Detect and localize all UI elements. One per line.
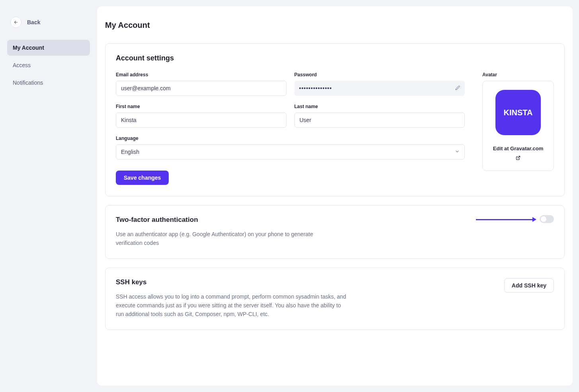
language-value: English (121, 149, 139, 155)
two-factor-card: Two-factor authentication Use an authent… (105, 205, 565, 259)
email-input[interactable] (116, 81, 287, 96)
account-settings-title: Account settings (116, 54, 554, 62)
two-factor-toggle[interactable] (540, 215, 554, 223)
gravatar-link[interactable]: Edit at Gravatar.com (489, 144, 547, 163)
nav-item-notifications[interactable]: Notifications (7, 75, 90, 91)
two-factor-description: Use an authenticator app (e.g. Google Au… (116, 230, 339, 247)
page-title: My Account (105, 21, 565, 30)
password-field-group: Password •••••••••••••• (294, 72, 465, 96)
first-name-field-group: First name (116, 104, 287, 128)
password-mask: •••••••••••••• (299, 85, 332, 91)
add-ssh-key-button[interactable]: Add SSH key (504, 278, 554, 293)
email-label: Email address (116, 72, 287, 78)
nav-item-label: My Account (13, 45, 44, 51)
last-name-input[interactable] (294, 113, 465, 128)
back-button-row[interactable]: Back (7, 17, 90, 28)
avatar-image: KINSTA (495, 90, 541, 135)
avatar-box: KINSTA Edit at Gravatar.com (482, 81, 554, 171)
back-label: Back (27, 19, 40, 25)
avatar-section: Avatar KINSTA Edit at Gravatar.com (482, 72, 554, 185)
save-changes-button[interactable]: Save changes (116, 171, 169, 185)
password-label: Password (294, 72, 465, 78)
language-field-group: Language English (116, 136, 465, 159)
nav-item-access[interactable]: Access (7, 57, 90, 73)
back-arrow-icon[interactable] (10, 17, 21, 28)
language-label: Language (116, 136, 465, 141)
annotation-arrow (476, 216, 554, 223)
first-name-label: First name (116, 104, 287, 109)
account-settings-card: Account settings Email address Password (105, 43, 565, 196)
nav-item-label: Access (13, 62, 31, 68)
last-name-label: Last name (294, 104, 465, 109)
language-select[interactable]: English (116, 144, 465, 159)
gravatar-text: Edit at Gravatar.com (493, 146, 543, 151)
nav-item-label: Notifications (13, 80, 43, 86)
ssh-keys-card: SSH keys SSH access allows you to log in… (105, 268, 565, 330)
main-panel: My Account Account settings Email addres… (97, 6, 573, 386)
arrow-line-icon (476, 219, 532, 220)
svg-line-1 (518, 156, 520, 159)
avatar-label: Avatar (482, 72, 554, 78)
first-name-input[interactable] (116, 113, 287, 128)
two-factor-title: Two-factor authentication (116, 216, 339, 224)
last-name-field-group: Last name (294, 104, 465, 128)
ssh-keys-title: SSH keys (116, 278, 347, 286)
external-link-icon (516, 154, 521, 163)
chevron-down-icon (455, 149, 460, 155)
sidebar: Back My Account Access Notifications (0, 0, 97, 392)
ssh-keys-description: SSH access allows you to log into a comm… (116, 293, 347, 318)
nav-item-my-account[interactable]: My Account (7, 40, 90, 56)
pencil-icon[interactable] (455, 85, 460, 91)
toggle-knob-icon (541, 216, 546, 222)
password-display: •••••••••••••• (294, 81, 465, 96)
arrow-head-icon (532, 217, 536, 222)
avatar-brand-text: KINSTA (504, 108, 533, 117)
email-field-group: Email address (116, 72, 287, 96)
nav-list: My Account Access Notifications (7, 40, 90, 91)
